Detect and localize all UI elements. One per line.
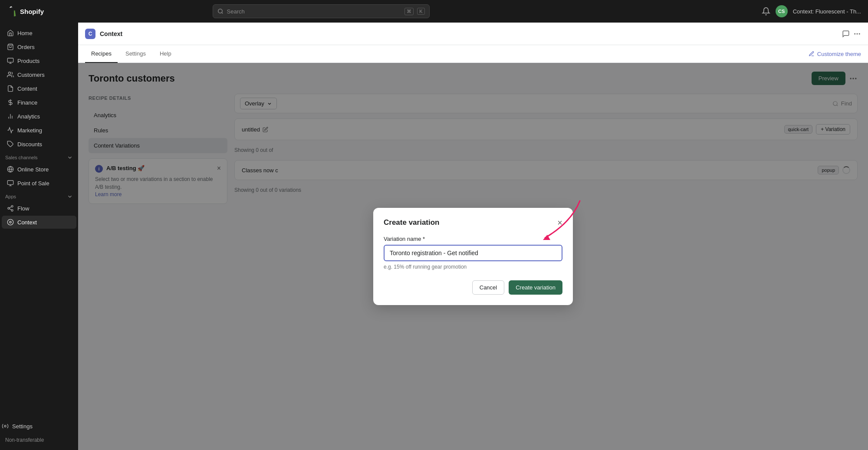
sidebar-item-discounts[interactable]: Discounts xyxy=(2,138,76,151)
bell-icon[interactable] xyxy=(762,7,770,16)
sidebar-item-content[interactable]: Content xyxy=(2,82,76,95)
create-variation-modal: Create variation × Variation name * e.g.… xyxy=(373,208,573,305)
app-header-title: Context xyxy=(100,30,122,37)
sidebar-item-point-of-sale-label: Point of Sale xyxy=(17,180,49,187)
sidebar-item-context-label: Context xyxy=(17,219,37,226)
svg-point-5 xyxy=(8,72,10,74)
sidebar-item-online-store[interactable]: Online Store xyxy=(2,163,76,176)
sidebar-item-settings[interactable]: Settings xyxy=(2,421,76,431)
sidebar-item-home-label: Home xyxy=(17,30,33,36)
modal-field-group: Variation name * e.g. 15% off running ge… xyxy=(384,236,562,270)
tab-help[interactable]: Help xyxy=(154,45,178,63)
sidebar-item-marketing[interactable]: Marketing xyxy=(2,124,76,137)
store-name: Context: Fluorescent - Th... xyxy=(793,8,861,15)
modal-field-label: Variation name * xyxy=(384,236,562,242)
sidebar-item-analytics-label: Analytics xyxy=(17,113,40,120)
svg-point-16 xyxy=(11,205,13,207)
page-content: Toronto customers Preview RECIPE DETAILS… xyxy=(78,63,868,450)
search-bar[interactable]: ⌘ K xyxy=(213,4,430,18)
tabs-bar: Recipes Settings Help Customize theme xyxy=(78,45,868,63)
variation-name-input[interactable] xyxy=(384,245,562,261)
sidebar-item-point-of-sale[interactable]: Point of Sale xyxy=(2,177,76,190)
customize-icon xyxy=(809,51,815,57)
svg-rect-13 xyxy=(7,181,13,184)
sidebar: Home Orders Products Customers Content F… xyxy=(0,23,78,450)
sidebar-item-settings-label: Settings xyxy=(12,423,33,430)
sidebar-item-content-label: Content xyxy=(17,85,37,92)
content-area: C Context Recipes Settings Help Customiz… xyxy=(78,23,868,450)
sidebar-item-flow-label: Flow xyxy=(17,205,29,212)
modal-footer: Cancel Create variation xyxy=(384,280,562,295)
apps-section: Apps xyxy=(0,190,78,201)
topbar: shopify ⌘ K CS Context: Fluorescent - Th… xyxy=(0,0,868,23)
svg-rect-2 xyxy=(7,58,13,62)
tab-recipes[interactable]: Recipes xyxy=(85,45,118,63)
sidebar-item-flow[interactable]: Flow xyxy=(2,202,76,215)
svg-point-21 xyxy=(7,219,13,225)
non-transferable-label: Non-transferable xyxy=(0,434,78,447)
modal-title: Create variation xyxy=(384,218,440,227)
app-header: C Context xyxy=(78,23,868,45)
shopify-logo[interactable]: shopify xyxy=(7,6,44,16)
search-input[interactable] xyxy=(227,8,401,15)
search-shortcut-k: K xyxy=(417,8,424,15)
app-icon: C xyxy=(85,29,95,39)
cancel-button[interactable]: Cancel xyxy=(472,280,504,295)
sidebar-item-orders-label: Orders xyxy=(17,44,35,50)
svg-point-26 xyxy=(855,33,855,34)
sidebar-item-products[interactable]: Products xyxy=(2,54,76,67)
svg-point-25 xyxy=(859,33,860,34)
pin-icon[interactable] xyxy=(842,30,850,38)
sales-channels-section: Sales channels xyxy=(0,151,78,162)
app-header-actions xyxy=(842,30,861,38)
sidebar-item-orders[interactable]: Orders xyxy=(2,40,76,53)
sidebar-item-finance[interactable]: Finance xyxy=(2,96,76,109)
svg-line-20 xyxy=(10,207,12,208)
expand-icon[interactable] xyxy=(67,154,73,161)
modal-header: Create variation × xyxy=(384,218,562,227)
tab-settings[interactable]: Settings xyxy=(119,45,152,63)
svg-point-23 xyxy=(4,425,6,427)
logo-text: shopify xyxy=(20,8,44,15)
modal-field-hint: e.g. 15% off running gear promotion xyxy=(384,264,562,270)
topbar-right: CS Context: Fluorescent - Th... xyxy=(762,5,861,17)
svg-point-0 xyxy=(218,9,222,13)
search-shortcut-cmd: ⌘ xyxy=(404,8,414,15)
sidebar-item-home[interactable]: Home xyxy=(2,26,76,39)
customize-theme-button[interactable]: Customize theme xyxy=(809,51,861,57)
sidebar-item-products-label: Products xyxy=(17,58,39,64)
svg-point-24 xyxy=(857,33,858,34)
create-variation-button[interactable]: Create variation xyxy=(509,280,562,295)
customize-theme-label: Customize theme xyxy=(817,51,861,57)
sidebar-item-analytics[interactable]: Analytics xyxy=(2,110,76,123)
svg-point-17 xyxy=(8,207,10,209)
sidebar-item-marketing-label: Marketing xyxy=(17,127,42,134)
sidebar-item-finance-label: Finance xyxy=(17,99,37,106)
sidebar-item-discounts-label: Discounts xyxy=(17,141,42,148)
more-icon[interactable] xyxy=(853,30,861,38)
svg-line-19 xyxy=(10,209,12,210)
modal-close-button[interactable]: × xyxy=(557,218,562,227)
sidebar-item-online-store-label: Online Store xyxy=(17,166,49,173)
sidebar-item-customers-label: Customers xyxy=(17,72,45,78)
sidebar-item-context[interactable]: Context xyxy=(2,216,76,229)
svg-point-22 xyxy=(10,221,11,223)
modal-overlay: Create variation × Variation name * e.g.… xyxy=(78,63,868,450)
sidebar-item-customers[interactable]: Customers xyxy=(2,68,76,81)
svg-point-18 xyxy=(11,210,13,211)
avatar[interactable]: CS xyxy=(776,5,788,17)
main-layout: Home Orders Products Customers Content F… xyxy=(0,23,868,450)
apps-expand-icon[interactable] xyxy=(67,194,73,200)
